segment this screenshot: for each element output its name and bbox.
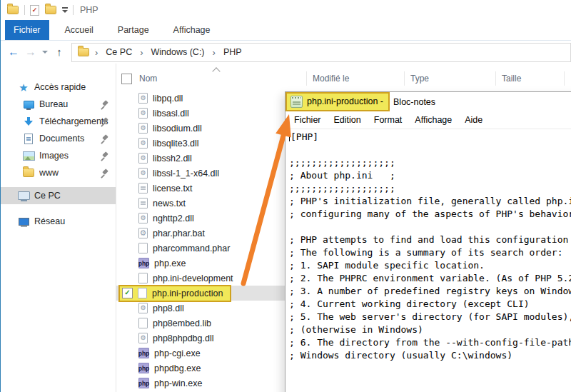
notepad-line xyxy=(289,144,571,156)
tab-fichier[interactable]: Fichier xyxy=(5,20,49,40)
pin-icon[interactable] xyxy=(100,169,108,177)
gear-glyph: ⚙ xyxy=(140,335,146,341)
sidebar-item-label: Réseau xyxy=(34,216,116,226)
breadcrumb[interactable]: ›Ce PC›Windows (C:)›PHP xyxy=(71,43,571,62)
gear-glyph: ⚙ xyxy=(140,140,146,146)
pin-icon[interactable] xyxy=(100,134,108,143)
back-button[interactable]: ← xyxy=(6,44,21,60)
file-name: libsasl.dll xyxy=(153,109,189,119)
customize-toolbar-icon[interactable] xyxy=(62,7,68,13)
file-icon-doc xyxy=(138,318,148,328)
sidebar-item-ce-pc[interactable]: Ce PC xyxy=(0,187,116,204)
breadcrumb-php[interactable]: PHP xyxy=(221,46,245,59)
gear-glyph: ⚙ xyxy=(140,170,146,176)
gear-glyph: ⚙ xyxy=(140,305,146,311)
menu-affichage[interactable]: Affichage xyxy=(408,115,458,125)
sort-ascending-icon xyxy=(212,67,220,75)
new-folder-icon[interactable] xyxy=(44,4,57,16)
column-type[interactable]: Type xyxy=(404,71,495,86)
file-icon-bat: ⚙ xyxy=(138,228,148,238)
file-name: phpdbg.exe xyxy=(154,363,201,373)
notepad-line: ; 5. The web server's directory (for SAP… xyxy=(289,311,571,323)
file-name: license.txt xyxy=(153,184,193,194)
file-icon-dll: ⚙ xyxy=(138,333,148,343)
menu-format[interactable]: Format xyxy=(368,115,409,125)
notepad-line: ; PHP's initialization file, generally c… xyxy=(289,195,571,208)
column-label: Nom xyxy=(139,74,157,84)
file-icon-doc xyxy=(138,288,147,298)
folder-icon xyxy=(22,167,35,179)
file-icon-dll: ⚙ xyxy=(138,138,148,149)
file-name: php8.dll xyxy=(153,303,184,313)
notepad-line: ;;;;;;;;;;;;;;;;;;; xyxy=(289,156,571,169)
divider xyxy=(24,5,25,15)
sidebar-item-reseau[interactable]: Réseau xyxy=(0,213,116,230)
navigation-sidebar: ★Accès rapideBureauTéléchargementsDocume… xyxy=(0,64,116,392)
recent-locations-icon[interactable] xyxy=(42,51,48,54)
document-icon xyxy=(22,133,35,144)
up-button[interactable]: ↑ xyxy=(51,44,67,60)
notepad-line: ; See the PHP docs for more specific inf… xyxy=(289,362,571,363)
file-name: pharcommand.phar xyxy=(153,243,230,253)
file-icon-txt xyxy=(138,183,148,194)
notepad-line: ; 2. The PHPRC environment variable. (As… xyxy=(289,272,571,285)
column-modifie-le[interactable]: Modifié le xyxy=(306,71,404,86)
file-name: php.ini-production xyxy=(152,288,223,298)
nav-buttons: ← → ↑ xyxy=(0,44,71,60)
tab-affichage[interactable]: Affichage xyxy=(165,20,219,40)
sidebar-item-label: Ce PC xyxy=(34,191,116,201)
pin-icon[interactable] xyxy=(100,100,108,109)
chevron-right-icon: › xyxy=(211,47,217,58)
notepad-line: ; Windows directory (usually C:\windows) xyxy=(289,349,571,362)
file-icon-exe: php xyxy=(138,363,149,373)
sidebar-item-documents[interactable]: Documents xyxy=(0,130,116,147)
notepad-line: ; PHP attempts to find and load this con… xyxy=(289,233,571,246)
column-headers: Nom Modifié le Type Taille xyxy=(116,70,571,87)
explorer-titlebar[interactable]: ✓ PHP xyxy=(0,0,571,20)
menu-edition[interactable]: Edition xyxy=(328,115,368,125)
file-name: php8phpdbg.dll xyxy=(153,333,214,343)
tab-partage[interactable]: Partage xyxy=(109,20,158,40)
sidebar-item-telechargements[interactable]: Téléchargements xyxy=(0,113,116,130)
notepad-line: ; About php.ini ; xyxy=(289,169,571,182)
file-name: php8embed.lib xyxy=(153,318,211,328)
quick-access-properties-icon[interactable]: ✓ xyxy=(30,5,39,16)
file-icon-doc xyxy=(138,243,148,253)
sidebar-item-www[interactable]: www xyxy=(0,164,116,181)
notepad-line: ; 6. The directory from the --with-confi… xyxy=(289,336,571,349)
breadcrumb-windows-c[interactable]: Windows (C:) xyxy=(148,46,208,59)
column-nom[interactable]: Nom xyxy=(116,74,306,84)
file-name: libssh2.dll xyxy=(153,154,192,164)
gear-glyph: ⚙ xyxy=(140,230,147,236)
notepad-line xyxy=(289,221,571,233)
gear-glyph: ⚙ xyxy=(140,125,146,131)
file-name: libpq.dll xyxy=(153,94,183,104)
sidebar-item-bureau[interactable]: Bureau xyxy=(0,96,116,113)
divider xyxy=(73,5,74,15)
sidebar-item-acces-rapide[interactable]: ★Accès rapide xyxy=(0,79,116,96)
notepad-menubar: FichierEditionFormatAffichageAide xyxy=(286,111,571,129)
sidebar-item-images[interactable]: Images xyxy=(0,147,116,164)
file-icon-exe: php xyxy=(138,378,149,388)
pin-icon[interactable] xyxy=(100,151,108,160)
tab-accueil[interactable]: Accueil xyxy=(56,20,102,40)
file-icon-txt xyxy=(138,198,148,208)
file-checkbox[interactable]: ✓ xyxy=(122,288,133,298)
file-name: news.txt xyxy=(153,198,186,208)
menu-fichier[interactable]: Fichier xyxy=(288,115,328,125)
notepad-line: ; 1. SAPI module specific location. xyxy=(289,259,571,272)
column-taille[interactable]: Taille xyxy=(495,71,564,86)
breadcrumb-ce-pc[interactable]: Ce PC xyxy=(103,46,135,59)
file-name: libsqlite3.dll xyxy=(153,139,199,149)
gear-glyph: ⚙ xyxy=(140,155,146,161)
file-name: php-cgi.exe xyxy=(154,348,201,358)
select-all-checkbox[interactable] xyxy=(121,74,132,84)
address-bar: ← → ↑ ›Ce PC›Windows (C:)›PHP xyxy=(0,41,571,64)
pin-icon[interactable] xyxy=(100,117,108,126)
notepad-titlebar[interactable]: php.ini-production - Bloc-notes xyxy=(286,92,571,111)
forward-button[interactable]: → xyxy=(23,44,39,60)
gear-glyph: ⚙ xyxy=(140,110,146,116)
notepad-text-area[interactable]: [PHP];;;;;;;;;;;;;;;;;;;; About php.ini … xyxy=(286,129,571,363)
file-icon-exe: php xyxy=(138,348,149,358)
menu-aide[interactable]: Aide xyxy=(458,115,489,125)
